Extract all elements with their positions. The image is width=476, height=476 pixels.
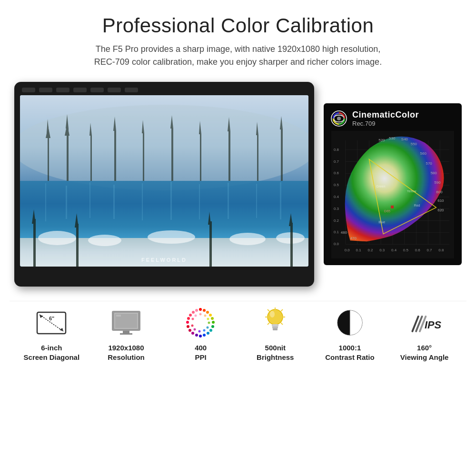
spec-contrast: 1000:1Contrast Ratio (314, 306, 386, 362)
svg-line-157 (281, 323, 283, 325)
svg-text:0.8: 0.8 (438, 248, 444, 252)
svg-text:0.5: 0.5 (334, 183, 339, 187)
svg-point-145 (207, 326, 209, 328)
svg-point-122 (203, 309, 206, 312)
specs-row: 6" 6-inchScreen Diagonal (10, 301, 466, 362)
landscape-svg (20, 95, 308, 267)
gamut-chart-box: CinematicColor Rec.709 (324, 103, 462, 265)
svg-point-136 (186, 321, 189, 324)
svg-rect-10 (114, 131, 116, 181)
svg-point-128 (209, 329, 212, 332)
svg-rect-161 (272, 324, 278, 327)
svg-rect-22 (281, 129, 283, 181)
ppi-svg-icon (185, 307, 216, 338)
spec-resolution: 1920x1080Resolution (90, 306, 162, 362)
svg-point-144 (208, 321, 210, 324)
svg-text:0.0: 0.0 (334, 242, 339, 246)
svg-rect-47 (290, 223, 293, 267)
svg-rect-32 (228, 183, 229, 219)
contrast-icon-wrap (333, 306, 367, 339)
gamut-title-block: CinematicColor Rec.709 (352, 110, 419, 127)
svg-point-123 (206, 311, 209, 314)
svg-rect-18 (228, 131, 230, 181)
svg-text:S40: S40 (401, 137, 408, 141)
brightness-svg-icon (262, 307, 288, 339)
svg-point-143 (207, 317, 209, 320)
svg-point-121 (199, 308, 202, 311)
spec-brightness: 500nitBrightness (239, 306, 311, 362)
svg-point-127 (211, 325, 214, 328)
svg-text:0.7: 0.7 (334, 159, 339, 164)
svg-text:6": 6" (49, 316, 54, 321)
svg-text:0.2: 0.2 (334, 218, 339, 223)
monitor-device: FEELWORLD (14, 82, 314, 287)
svg-rect-12 (143, 133, 144, 181)
svg-rect-120 (116, 315, 121, 317)
svg-point-152 (197, 319, 204, 327)
spec-ppi-value: 400PPI (195, 343, 207, 362)
spec-brightness-value: 500nitBrightness (257, 343, 294, 362)
svg-rect-28 (113, 185, 115, 219)
svg-text:0.1: 0.1 (356, 248, 362, 252)
spec-viewing-angle-value: 160°Viewing Angle (400, 343, 449, 362)
svg-rect-31 (199, 184, 200, 219)
svg-text:520: 520 (378, 138, 385, 142)
svg-point-147 (198, 330, 201, 332)
resolution-icon-wrap (109, 306, 143, 339)
svg-text:0.4: 0.4 (391, 248, 397, 252)
svg-point-146 (203, 329, 206, 331)
svg-point-131 (199, 335, 202, 337)
svg-line-160 (268, 309, 269, 311)
monitor-buttons (20, 88, 308, 92)
svg-text:0.0: 0.0 (345, 248, 350, 252)
button-1 (22, 88, 35, 92)
svg-rect-26 (66, 186, 67, 219)
spec-viewing-angle: IPS 160°Viewing Angle (389, 306, 460, 362)
svg-point-52 (337, 117, 341, 120)
svg-point-135 (187, 325, 189, 328)
svg-text:Red: Red (414, 204, 420, 207)
svg-point-150 (192, 317, 194, 320)
diagonal-svg-icon: 6" (35, 310, 68, 336)
svg-point-132 (195, 334, 198, 337)
page-title: Professional Color Calibration (102, 14, 374, 37)
svg-text:IPS: IPS (425, 318, 441, 330)
svg-rect-29 (142, 183, 143, 220)
button-6 (108, 88, 121, 92)
svg-point-129 (207, 332, 209, 335)
svg-rect-16 (200, 134, 201, 181)
spec-screen-diagonal-value: 6-inchScreen Diagonal (24, 343, 80, 362)
spec-contrast-value: 1000:1Contrast Ratio (325, 343, 374, 362)
svg-line-158 (268, 323, 269, 325)
svg-point-137 (187, 317, 190, 320)
svg-line-155 (281, 309, 283, 311)
svg-point-1 (20, 105, 308, 190)
svg-point-141 (199, 313, 202, 315)
svg-point-139 (192, 311, 195, 314)
svg-point-134 (188, 329, 191, 332)
cie-chart: 520 530 S40 550 560 570 580 590 600 610 … (331, 131, 455, 258)
svg-point-133 (191, 332, 194, 335)
svg-rect-5 (67, 129, 69, 181)
svg-rect-8 (90, 136, 92, 181)
svg-rect-45 (209, 221, 212, 267)
cinematic-color-logo (330, 110, 347, 127)
gamut-brand-name: CinematicColor (352, 110, 419, 120)
svg-point-125 (211, 317, 214, 320)
button-4 (73, 88, 87, 92)
svg-text:470: 470 (350, 236, 357, 240)
svg-point-148 (194, 328, 196, 330)
svg-rect-14 (171, 129, 173, 181)
svg-text:0.5: 0.5 (403, 248, 409, 252)
svg-rect-25 (45, 183, 46, 221)
svg-text:0.4: 0.4 (334, 195, 339, 199)
brightness-icon-wrap (258, 306, 292, 339)
svg-point-126 (212, 321, 215, 324)
svg-text:0.8: 0.8 (334, 148, 339, 152)
resolution-svg-icon (109, 308, 143, 337)
svg-rect-104 (391, 206, 394, 208)
svg-point-130 (203, 334, 206, 337)
svg-text:590: 590 (434, 180, 441, 185)
gamut-header: CinematicColor Rec.709 (330, 110, 455, 127)
svg-rect-30 (170, 182, 172, 220)
